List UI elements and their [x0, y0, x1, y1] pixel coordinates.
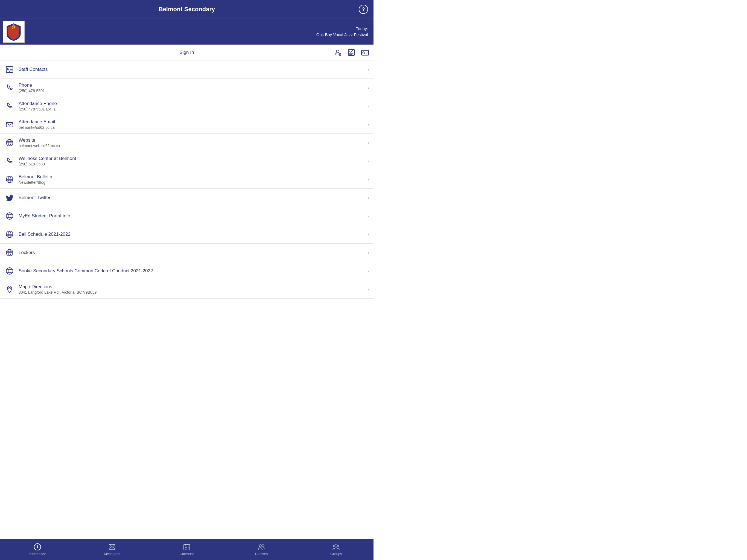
list-item-phone[interactable]: Phone(250) 478-5501›	[0, 79, 374, 97]
svg-point-7	[363, 52, 365, 54]
list-content-website: Websitebelmont.web.sd62.bc.ca	[19, 137, 365, 148]
list-content-map-directions: Map / Directions3041 Langford Lake Rd., …	[19, 284, 365, 295]
list-item-attendance-phone[interactable]: Attendance Phone(250) 478-5501 Ext. 1›	[0, 97, 374, 116]
list-content-phone: Phone(250) 478-5501	[19, 82, 365, 93]
today-event: Oak Bay Vocal Jazz Festival	[316, 32, 368, 38]
list-title-code-of-conduct: Sooke Secondary Schools Common Code of C…	[19, 268, 365, 274]
chevron-right-icon: ›	[367, 232, 369, 237]
list-subtitle-phone: (250) 478-5501	[19, 88, 365, 93]
list-item-belmont-bulletin[interactable]: Belmont BulletinNewsletter/Blog›	[0, 170, 374, 189]
svg-point-3	[336, 50, 339, 53]
list-content-bell-schedule: Bell Schedule 2021-2022	[19, 232, 365, 237]
list-item-map-directions[interactable]: Map / Directions3041 Langford Lake Rd., …	[0, 280, 374, 299]
twitter-icon	[4, 193, 15, 203]
staff-icon	[4, 64, 15, 75]
list-item-belmont-twitter[interactable]: Belmont Twitter›	[0, 189, 374, 207]
svg-point-17	[9, 287, 10, 289]
link-icon	[4, 229, 15, 239]
phone-icon	[4, 101, 15, 111]
chevron-right-icon: ›	[367, 67, 369, 73]
list-subtitle-website: belmont.web.sd62.bc.ca	[19, 144, 365, 148]
list-item-bell-schedule[interactable]: Bell Schedule 2021-2022›	[0, 225, 374, 244]
app-title: Belmont Secondary	[159, 6, 215, 13]
chevron-right-icon: ›	[367, 177, 369, 182]
chevron-right-icon: ›	[367, 195, 369, 201]
list-title-attendance-email: Attendance Email	[19, 119, 365, 125]
chevron-right-icon: ›	[367, 158, 369, 164]
link-icon	[4, 211, 15, 221]
list-item-attendance-email[interactable]: Attendance Emailbelmont@sd62.bc.ca›	[0, 116, 374, 134]
chevron-right-icon: ›	[367, 85, 369, 91]
header-band: Today: Oak Bay Vocal Jazz Festival	[0, 19, 374, 45]
signin-bar: Sign In	[0, 45, 374, 60]
list-item-code-of-conduct[interactable]: Sooke Secondary Schools Common Code of C…	[0, 262, 374, 280]
list-subtitle-attendance-email: belmont@sd62.bc.ca	[19, 125, 365, 130]
list-item-website[interactable]: Websitebelmont.web.sd62.bc.ca›	[0, 134, 374, 152]
list-content-attendance-email: Attendance Emailbelmont@sd62.bc.ca	[19, 119, 365, 130]
chevron-right-icon: ›	[367, 213, 369, 219]
email-icon	[4, 119, 15, 130]
today-label: Today:	[316, 26, 368, 32]
school-logo	[3, 21, 25, 43]
list-container: Staff Contacts› Phone(250) 478-5501› Att…	[0, 60, 374, 299]
svg-point-9	[7, 68, 9, 70]
checklist-button[interactable]	[345, 47, 357, 58]
phone-icon	[4, 82, 15, 93]
list-title-bell-schedule: Bell Schedule 2021-2022	[19, 232, 365, 237]
list-subtitle-belmont-bulletin: Newsletter/Blog	[19, 180, 365, 184]
list-content-wellness-center: Wellness Center at Belmont(250) 519-3580	[19, 156, 365, 166]
link-icon	[4, 174, 15, 184]
chevron-right-icon: ›	[367, 140, 369, 146]
list-title-map-directions: Map / Directions	[19, 284, 365, 289]
list-title-phone: Phone	[19, 82, 365, 88]
list-content-myed-portal: MyEd Student Portal Info	[19, 213, 365, 219]
map-icon	[4, 284, 15, 295]
list-title-belmont-bulletin: Belmont Bulletin	[19, 174, 365, 180]
list-title-staff-contacts: Staff Contacts	[19, 67, 365, 72]
list-title-attendance-phone: Attendance Phone	[19, 101, 365, 106]
phone-icon	[4, 156, 15, 166]
chevron-right-icon: ›	[367, 286, 369, 292]
list-content-belmont-twitter: Belmont Twitter	[19, 195, 365, 200]
top-bar: Belmont Secondary ?	[0, 0, 374, 19]
list-title-belmont-twitter: Belmont Twitter	[19, 195, 365, 200]
list-content-lockers: Lockers	[19, 250, 365, 255]
svg-point-2	[13, 25, 15, 28]
list-content-code-of-conduct: Sooke Secondary Schools Common Code of C…	[19, 268, 365, 274]
id-card-button[interactable]	[359, 47, 371, 58]
list-title-myed-portal: MyEd Student Portal Info	[19, 213, 365, 219]
list-title-wellness-center: Wellness Center at Belmont	[19, 156, 365, 161]
list-item-myed-portal[interactable]: MyEd Student Portal Info›	[0, 207, 374, 225]
list-item-staff-contacts[interactable]: Staff Contacts›	[0, 60, 374, 79]
user-settings-button[interactable]	[332, 47, 343, 58]
list-content-belmont-bulletin: Belmont BulletinNewsletter/Blog	[19, 174, 365, 184]
chevron-right-icon: ›	[367, 268, 369, 274]
help-button[interactable]: ?	[359, 5, 368, 14]
link-icon	[4, 248, 15, 258]
signin-link[interactable]: Sign In	[180, 50, 194, 55]
link-icon	[4, 137, 15, 148]
chevron-right-icon: ›	[367, 250, 369, 256]
list-subtitle-attendance-phone: (250) 478-5501 Ext. 1	[19, 107, 365, 111]
list-content-attendance-phone: Attendance Phone(250) 478-5501 Ext. 1	[19, 101, 365, 111]
list-content-staff-contacts: Staff Contacts	[19, 67, 365, 72]
list-item-wellness-center[interactable]: Wellness Center at Belmont(250) 519-3580…	[0, 152, 374, 170]
today-info: Today: Oak Bay Vocal Jazz Festival	[316, 26, 368, 38]
signin-icons	[332, 47, 371, 58]
list-title-website: Website	[19, 137, 365, 143]
chevron-right-icon: ›	[367, 122, 369, 127]
link-icon	[4, 266, 15, 276]
list-title-lockers: Lockers	[19, 250, 365, 255]
list-item-lockers[interactable]: Lockers›	[0, 244, 374, 262]
list-subtitle-wellness-center: (250) 519-3580	[19, 162, 365, 166]
content-area: Staff Contacts› Phone(250) 478-5501› Att…	[0, 60, 374, 320]
svg-rect-10	[6, 123, 13, 127]
chevron-right-icon: ›	[367, 103, 369, 109]
list-subtitle-map-directions: 3041 Langford Lake Rd., Victoria, BC V9B…	[19, 290, 365, 295]
